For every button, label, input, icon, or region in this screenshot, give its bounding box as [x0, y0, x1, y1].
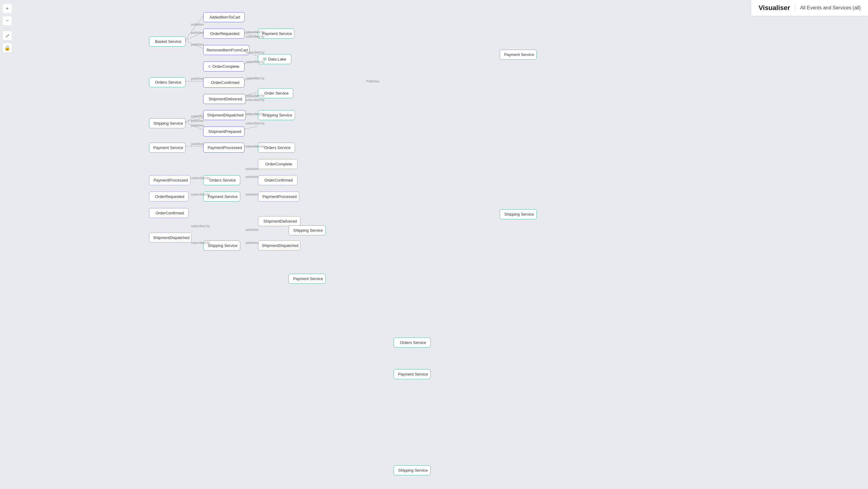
order-confirmed-right2-label: OrderConfirmed — [264, 178, 292, 182]
added-item-event[interactable]: AddedItemToCart — [203, 12, 245, 22]
header: Visualiser All Events and Services (all) — [751, 0, 868, 16]
shipment-dispatched-event[interactable]: ShipmentDispatched — [203, 110, 246, 120]
payment-processed-right2-label: PaymentProcessed — [262, 194, 297, 199]
event-icon — [208, 64, 211, 69]
shipping-service-right2[interactable]: Shipping Service — [500, 209, 537, 219]
basket-service-label: Basket Service — [155, 39, 182, 44]
subscribed-label-3: subscribed by — [246, 51, 265, 54]
publishes-label-2: publishes — [191, 31, 204, 34]
publishes-label-1: publishes — [191, 23, 204, 26]
shipping-service-mid4[interactable]: Shipping Service — [289, 225, 326, 235]
shipping-service-left-label: Shipping Service — [153, 121, 183, 126]
subscribed-label-2: subscribed by — [246, 35, 265, 38]
shipment-dispatched-left3-label: ShipmentDispatched — [153, 235, 189, 240]
basket-service-node[interactable]: Basket Service — [149, 36, 186, 47]
header-divider — [795, 4, 795, 12]
payment-service-bottom1[interactable]: Payment Service — [394, 369, 431, 379]
payment-service-right2[interactable]: Payment Service — [500, 50, 537, 60]
order-requested-left2-label: OrderRequested — [155, 194, 184, 199]
orders-service-mid2-label: Orders Service — [210, 178, 236, 182]
order-confirmed-label: OrderConfirmed — [211, 80, 239, 85]
shipment-dispatched-right3-label: ShipmentDispatched — [262, 243, 298, 248]
subscribed-label-l3: subscribed by — [191, 224, 210, 228]
zoom-out-button[interactable]: − — [2, 16, 12, 26]
orders-service-right-label: Orders Service — [264, 145, 291, 150]
payment-processed-right2[interactable]: PaymentProcessed — [258, 191, 299, 202]
subscribed-label-5: subscribed by — [246, 77, 265, 80]
order-complete-label: OrderComplete — [212, 64, 239, 69]
payment-processed-label: PaymentProcessed — [208, 145, 242, 150]
order-confirmed-left2-label: OrderConfirmed — [155, 211, 184, 215]
shipment-delivered-event[interactable]: ShipmentDelivered — [203, 94, 246, 104]
orders-service-bottom1[interactable]: Orders Service — [394, 338, 431, 347]
payment-processed-left-event[interactable]: PaymentProcessed — [149, 175, 190, 185]
orders-service-node[interactable]: Orders Service — [149, 77, 186, 87]
shipping-service-bottom1[interactable]: Shipping Service — [394, 465, 431, 475]
event-icon — [208, 81, 209, 85]
subscribed-label-7: subscribed by — [246, 98, 265, 101]
subscribed-label-1: subscribed by — [246, 30, 265, 34]
payment-service-mid3[interactable]: Payment Service — [289, 274, 326, 284]
order-complete-right2-label: OrderComplete — [265, 162, 292, 166]
shipping-service-right2-label: Shipping Service — [504, 212, 534, 216]
shipping-service-mid4-label: Shipping Service — [293, 228, 323, 233]
shipment-prepared-label: ShipmentPrepared — [208, 129, 241, 134]
removed-item-event[interactable]: RemovedItemFromCart — [203, 45, 249, 55]
event-icon — [263, 162, 264, 166]
publishes-label-l1: publishes — [246, 167, 258, 171]
zoom-in-button[interactable]: + — [2, 4, 12, 13]
order-confirmed-left2[interactable]: OrderConfirmed — [149, 208, 189, 218]
data-lake-label: Data Lake — [268, 57, 286, 61]
subscribed-label-6: subscribed by — [246, 94, 265, 97]
order-service-right-label: Order Service — [264, 91, 289, 95]
order-complete-right2[interactable]: OrderComplete — [258, 159, 298, 169]
shipping-service-left-node[interactable]: Shipping Service — [149, 118, 186, 128]
subscribed-label-l4: subscribed by — [191, 241, 210, 245]
svg-rect-68 — [263, 164, 264, 164]
payment-service-mid3-label: Payment Service — [293, 276, 323, 281]
publishes-label-l4: publishes — [246, 228, 258, 232]
publishes-label-l3: publishes — [246, 193, 258, 196]
publishes-label-3: publishes — [191, 43, 204, 46]
shipment-prepared-event[interactable]: ShipmentPrepared — [203, 126, 245, 136]
svg-rect-37 — [209, 66, 211, 67]
toolbar: + − ⤢ 🔒 — [0, 0, 14, 56]
payment-service-bottom1-label: Payment Service — [398, 372, 428, 376]
subscribed-label-10: subscribed by — [246, 145, 265, 148]
svg-point-50 — [265, 59, 266, 60]
subscribed-label-9: subscribed by — [246, 122, 265, 125]
svg-point-49 — [265, 58, 266, 59]
publishes-label-5: publishes — [191, 115, 204, 118]
order-requested-left2[interactable]: OrderRequested — [149, 191, 189, 202]
publishes-label-7: publishes — [191, 124, 204, 127]
shipment-dispatched-right3[interactable]: ShipmentDispatched — [258, 241, 301, 251]
order-confirmed-event[interactable]: OrderConfirmed — [203, 78, 245, 88]
removed-item-label: RemovedItemFromCart — [207, 48, 248, 52]
shipment-delivered-label: ShipmentDelivered — [209, 97, 242, 101]
subscribed-label-8: subscribed by — [246, 113, 265, 116]
view-label: All Events and Services (all) — [800, 5, 861, 11]
fit-button[interactable]: ⤢ — [2, 31, 12, 40]
subscribed-label-l1: subscribed by — [191, 176, 210, 180]
order-requested-label: OrderRequested — [210, 31, 239, 36]
toolbar-divider — [4, 28, 11, 28]
shipment-dispatched-label: ShipmentDispatched — [207, 113, 244, 117]
subscribed-label-4: subscribed by — [246, 60, 265, 64]
payment-service-left-node[interactable]: Payment Service — [149, 143, 186, 153]
payment-processed-event[interactable]: PaymentProcessed — [203, 143, 245, 153]
order-complete-event[interactable]: OrderComplete — [203, 61, 245, 71]
payment-service-right2-label: Payment Service — [504, 52, 534, 57]
shipment-delivered-right3[interactable]: ShipmentDelivered — [258, 216, 301, 226]
svg-rect-38 — [208, 83, 209, 83]
order-confirmed-right2[interactable]: OrderConfirmed — [258, 175, 298, 185]
payment-service-right-label: Payment Service — [262, 31, 292, 36]
publishes-label-8: publishes — [191, 142, 204, 146]
shipment-dispatched-left3[interactable]: ShipmentDispatched — [149, 233, 192, 243]
orders-service-bottom1-label: Orders Service — [400, 340, 426, 345]
app-title: Visualiser — [758, 4, 790, 12]
shipping-service-right-label: Shipping Service — [262, 113, 292, 117]
subscribed-label-l2: subscribed by — [191, 193, 210, 196]
publishes-label-l5: publishes — [246, 241, 258, 245]
lock-button[interactable]: 🔒 — [2, 43, 12, 53]
order-requested-event[interactable]: OrderRequested — [203, 29, 245, 39]
